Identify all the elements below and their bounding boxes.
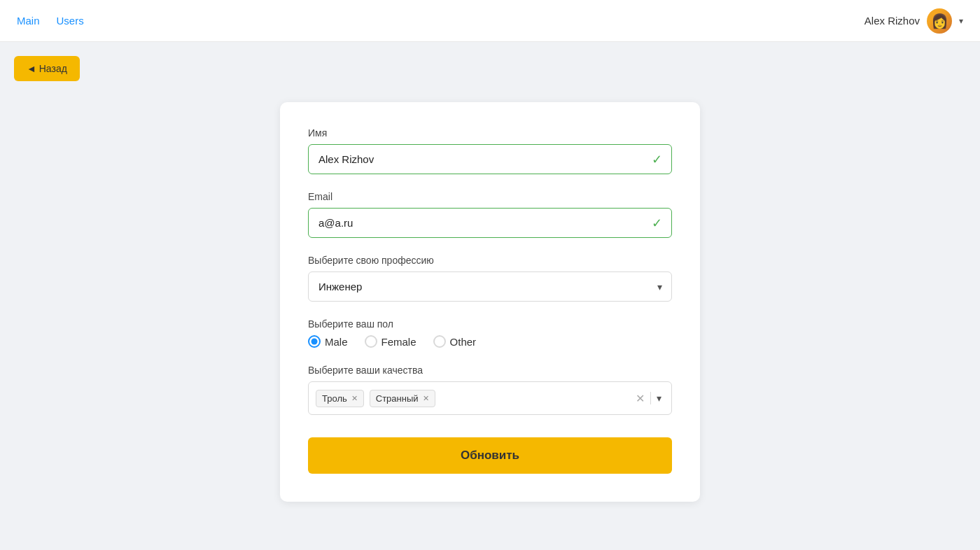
- back-button[interactable]: ◄ Назад: [14, 56, 80, 81]
- tag-strange-remove[interactable]: ✕: [423, 395, 429, 402]
- qualities-field-group: Выберите ваши качества Троль ✕ Странный …: [308, 365, 672, 415]
- profession-label: Выберите свою профессию: [308, 255, 672, 266]
- header-nav: Main Users: [17, 15, 84, 27]
- name-label: Имя: [308, 127, 672, 139]
- tags-clear-icon[interactable]: ✕: [633, 392, 648, 405]
- main-content: Имя ✓ Email ✓ Выберите свою профессию Ин…: [0, 95, 980, 530]
- gender-male-label[interactable]: Male: [308, 335, 348, 348]
- email-input[interactable]: [308, 208, 672, 238]
- gender-other-label[interactable]: Other: [433, 335, 477, 348]
- tag-troll-label: Троль: [322, 393, 347, 404]
- submit-button[interactable]: Обновить: [308, 437, 672, 474]
- tag-troll: Троль ✕: [316, 390, 364, 407]
- gender-male-radio[interactable]: [308, 335, 321, 348]
- back-section: ◄ Назад: [0, 42, 980, 95]
- tags-actions: ✕ ▾: [633, 392, 664, 405]
- user-name: Alex Rizhov: [864, 15, 920, 27]
- gender-female-radio[interactable]: [365, 335, 377, 348]
- email-check-icon: ✓: [652, 216, 662, 231]
- header: Main Users Alex Rizhov 👩 ▾: [0, 0, 980, 42]
- gender-label: Выберите ваш пол: [308, 318, 672, 330]
- email-field-group: Email ✓: [308, 191, 672, 238]
- gender-female-text: Female: [382, 336, 416, 348]
- qualities-label: Выберите ваши качества: [308, 365, 672, 376]
- avatar: 👩: [927, 8, 952, 34]
- gender-female-label[interactable]: Female: [365, 335, 416, 348]
- gender-other-text: Other: [450, 336, 477, 348]
- name-input-wrapper: ✓: [308, 144, 672, 174]
- email-input-wrapper: ✓: [308, 208, 672, 238]
- form-card: Имя ✓ Email ✓ Выберите свою профессию Ин…: [280, 102, 700, 502]
- qualities-tags-wrapper[interactable]: Троль ✕ Странный ✕ ✕ ▾: [308, 381, 672, 415]
- tags-divider: [650, 392, 651, 404]
- tags-dropdown-icon[interactable]: ▾: [654, 393, 664, 404]
- name-input[interactable]: [308, 144, 672, 174]
- name-check-icon: ✓: [652, 152, 662, 167]
- gender-field-group: Выберите ваш пол Male Female Other: [308, 318, 672, 348]
- gender-other-radio[interactable]: [433, 335, 446, 348]
- tag-strange: Странный ✕: [370, 390, 435, 407]
- tag-troll-remove[interactable]: ✕: [351, 395, 358, 402]
- tag-strange-label: Странный: [376, 393, 419, 404]
- email-label: Email: [308, 191, 672, 202]
- gender-male-text: Male: [325, 336, 348, 348]
- gender-radio-group: Male Female Other: [308, 335, 672, 348]
- nav-main[interactable]: Main: [17, 15, 40, 27]
- user-menu[interactable]: Alex Rizhov 👩 ▾: [864, 8, 963, 34]
- chevron-down-icon: ▾: [959, 16, 963, 26]
- nav-users[interactable]: Users: [57, 15, 84, 27]
- profession-select[interactable]: Инженер Доктор Учитель Программист Друго…: [308, 272, 672, 302]
- name-field-group: Имя ✓: [308, 127, 672, 174]
- profession-select-wrapper: Инженер Доктор Учитель Программист Друго…: [308, 272, 672, 302]
- profession-field-group: Выберите свою профессию Инженер Доктор У…: [308, 255, 672, 302]
